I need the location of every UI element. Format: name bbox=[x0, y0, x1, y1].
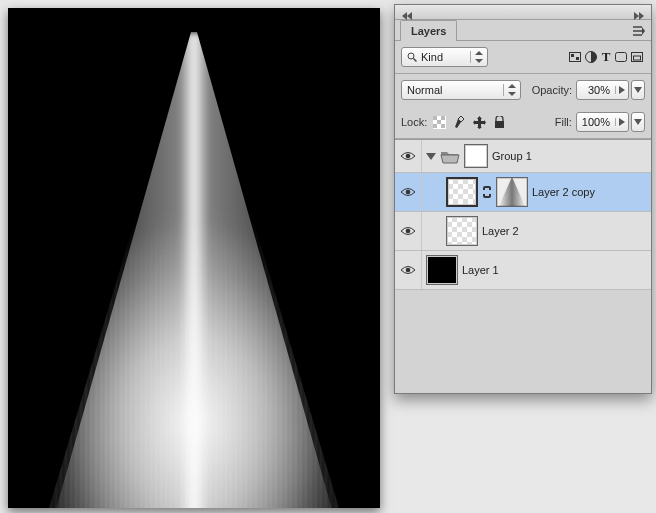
svg-rect-11 bbox=[441, 116, 445, 120]
link-icon[interactable] bbox=[482, 185, 492, 199]
layer-thumb[interactable] bbox=[426, 255, 458, 285]
layers-panel: Layers Kind T bbox=[394, 4, 652, 394]
svg-point-17 bbox=[406, 190, 411, 195]
adjustment-filter-icon[interactable] bbox=[583, 49, 599, 65]
layer-row[interactable]: Layer 1 bbox=[395, 251, 651, 290]
chevron-updown-icon bbox=[470, 51, 487, 63]
eye-icon bbox=[400, 264, 416, 276]
eye-icon bbox=[400, 150, 416, 162]
fill-slider-dropdown[interactable] bbox=[631, 112, 645, 132]
lock-pixels-icon[interactable] bbox=[451, 114, 467, 130]
svg-rect-10 bbox=[433, 116, 437, 120]
layer-thumb[interactable] bbox=[446, 216, 478, 246]
layer-name[interactable]: Layer 2 copy bbox=[532, 186, 595, 198]
shape-filter-icon[interactable] bbox=[613, 49, 629, 65]
svg-line-1 bbox=[414, 59, 417, 62]
svg-rect-6 bbox=[616, 53, 627, 62]
folder-icon bbox=[440, 148, 460, 164]
svg-point-19 bbox=[406, 268, 411, 273]
layer-row-selected[interactable]: Layer 2 copy bbox=[395, 173, 651, 212]
visibility-toggle[interactable] bbox=[395, 173, 422, 211]
eye-icon bbox=[400, 225, 416, 237]
mask-thumb[interactable] bbox=[496, 177, 528, 207]
svg-point-16 bbox=[406, 154, 411, 159]
opacity-label: Opacity: bbox=[532, 84, 572, 96]
fill-value: 100% bbox=[577, 116, 615, 128]
document-canvas[interactable] bbox=[8, 8, 380, 508]
light-beam-streaks bbox=[24, 32, 364, 508]
chevron-down-icon[interactable] bbox=[426, 151, 436, 161]
svg-point-18 bbox=[406, 229, 411, 234]
lock-label: Lock: bbox=[401, 116, 427, 128]
visibility-toggle[interactable] bbox=[395, 140, 422, 172]
fill-label: Fill: bbox=[555, 116, 572, 128]
chevron-right-icon[interactable] bbox=[615, 118, 628, 126]
lock-transparency-icon[interactable] bbox=[431, 114, 447, 130]
layer-list: Group 1 Layer 2 copy bbox=[395, 139, 651, 290]
layer-row[interactable]: Layer 2 bbox=[395, 212, 651, 251]
type-filter-icon[interactable]: T bbox=[599, 49, 613, 65]
chevron-updown-icon bbox=[503, 84, 520, 96]
pixel-filter-icon[interactable] bbox=[567, 49, 583, 65]
group-mask-thumb[interactable] bbox=[464, 144, 488, 168]
filter-type-select[interactable]: Kind bbox=[401, 47, 488, 67]
eye-icon bbox=[400, 186, 416, 198]
svg-point-0 bbox=[408, 53, 414, 59]
lock-all-icon[interactable] bbox=[491, 114, 507, 130]
chevron-right-icon[interactable] bbox=[615, 86, 628, 94]
smart-filter-icon[interactable] bbox=[629, 49, 645, 65]
svg-rect-15 bbox=[495, 121, 504, 128]
fill-field[interactable]: 100% bbox=[576, 112, 629, 132]
blend-mode-select[interactable]: Normal bbox=[401, 80, 521, 100]
visibility-toggle[interactable] bbox=[395, 251, 422, 289]
layer-row-group[interactable]: Group 1 bbox=[395, 140, 651, 173]
svg-rect-14 bbox=[441, 124, 445, 128]
visibility-toggle[interactable] bbox=[395, 212, 422, 250]
lock-position-icon[interactable] bbox=[471, 114, 487, 130]
blend-mode-value: Normal bbox=[407, 84, 442, 96]
opacity-value: 30% bbox=[577, 84, 615, 96]
svg-rect-8 bbox=[634, 56, 641, 60]
opacity-field[interactable]: 30% bbox=[576, 80, 629, 100]
layer-name[interactable]: Layer 1 bbox=[462, 264, 499, 276]
layer-name[interactable]: Group 1 bbox=[492, 150, 532, 162]
svg-rect-13 bbox=[433, 124, 437, 128]
layer-thumb[interactable] bbox=[446, 177, 478, 207]
opacity-slider-dropdown[interactable] bbox=[631, 80, 645, 100]
layer-list-empty bbox=[396, 357, 650, 392]
filter-type-label: Kind bbox=[421, 51, 443, 63]
svg-rect-12 bbox=[437, 120, 441, 124]
panel-menu-icon[interactable] bbox=[631, 23, 647, 39]
layers-tab[interactable]: Layers bbox=[400, 20, 457, 41]
svg-rect-3 bbox=[571, 54, 574, 57]
search-icon bbox=[407, 52, 417, 62]
svg-rect-4 bbox=[576, 57, 579, 60]
layer-name[interactable]: Layer 2 bbox=[482, 225, 519, 237]
